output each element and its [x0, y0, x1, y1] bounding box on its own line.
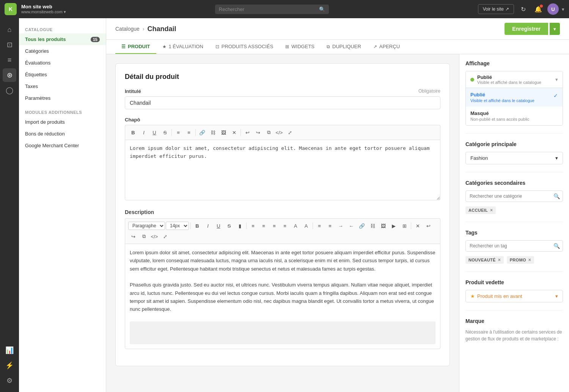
enregistrer-dropdown-button[interactable]: ▾ [550, 23, 560, 35]
toolbar-bold[interactable]: B [128, 128, 138, 137]
sidebar-item-parametres[interactable]: Paramètres [19, 92, 106, 104]
toolbar-italic[interactable]: I [139, 128, 149, 137]
desc-toolbar-bold[interactable]: B [192, 221, 202, 231]
fontsize-select[interactable]: 14px [166, 222, 189, 230]
tags-search-input[interactable] [465, 240, 563, 252]
sidebar-item-import[interactable]: Import de produits [19, 116, 106, 128]
tag-promo-remove[interactable]: × [528, 257, 531, 263]
tag-nouveaute: NOUVEAUTÉ × [465, 256, 504, 264]
breadcrumb-current: Chandail [148, 25, 176, 33]
desc-toolbar-copy2[interactable]: ⧉ [139, 231, 149, 241]
desc-toolbar-table[interactable]: ⊞ [399, 221, 409, 231]
desc-toolbar-text-color[interactable]: A [291, 221, 300, 231]
toolbar-copy[interactable]: ⧉ [264, 128, 273, 137]
desc-toolbar-strikethrough[interactable]: S [224, 221, 234, 231]
nav-settings-icon[interactable]: ⚙ [3, 374, 16, 387]
desc-toolbar-clear2[interactable]: ✕ [413, 221, 423, 231]
tab-produit[interactable]: ☰ PRODUIT [115, 40, 156, 54]
sidebar-item-google-merchant[interactable]: Google Merchant Center [19, 140, 106, 151]
desc-toolbar-code2[interactable]: </> [149, 231, 159, 241]
selected-status-label: Publié [477, 74, 541, 80]
tab-widgets[interactable]: ⊞ WIDGETS [279, 40, 321, 54]
marque-note: Nécessaire à l'utilisation de certains s… [465, 329, 563, 342]
desc-toolbar-image2[interactable]: 🖼 [378, 221, 388, 231]
avatar[interactable]: U [547, 3, 559, 15]
desc-toolbar-align-right[interactable]: ≡ [269, 221, 279, 231]
affichage-selected-option[interactable]: Publié Visible et affiché dans le catalo… [466, 71, 563, 88]
chapo-field-section: Chapô B I U S ≡ ≡ 🔗 ⛓ [125, 117, 440, 202]
intitule-required: Obligatoire [418, 88, 440, 94]
desc-toolbar-redo2[interactable]: ↪ [128, 231, 138, 241]
desc-toolbar-bg-color[interactable]: A [301, 221, 311, 231]
desc-toolbar-undo2[interactable]: ↩ [423, 221, 433, 231]
nav-analytics-icon[interactable]: 📊 [3, 343, 16, 357]
nav-home-icon[interactable]: ⌂ [3, 23, 16, 36]
toolbar-strikethrough[interactable]: S [160, 128, 170, 137]
nav-contacts-icon[interactable]: ◯ [3, 83, 16, 97]
desc-toolbar-italic[interactable]: I [203, 221, 213, 231]
toolbar-underline[interactable]: U [149, 128, 159, 137]
sidebar-item-tous-produits[interactable]: Tous les produits 15 [19, 33, 106, 45]
intitule-label: Intitulé Obligatoire [125, 88, 440, 94]
enregistrer-button[interactable]: Enregistrer [505, 23, 548, 35]
tab-evaluation[interactable]: ★ 1 ÉVALUATION [156, 40, 209, 54]
logo-text: K [9, 6, 13, 12]
categories-search-input[interactable] [465, 190, 563, 202]
refresh-icon[interactable]: ↻ [517, 3, 529, 15]
nav-plugins-icon[interactable]: ⚡ [3, 359, 16, 372]
option-publie-check: ✓ [553, 93, 558, 99]
option-masque[interactable]: Masqué Non-publié et sans accès public [466, 107, 563, 125]
option-publie[interactable]: Publié Visible et affiché dans le catalo… [466, 88, 563, 107]
tab-dupliquer[interactable]: ⧉ DUPLIQUER [321, 40, 367, 54]
desc-toolbar-ol[interactable]: ≡ [314, 221, 324, 231]
toolbar-unlink[interactable]: ⛓ [208, 128, 218, 137]
tab-produits-associes[interactable]: ⊡ PRODUITS ASSOCIÉS [209, 40, 280, 54]
nav-blog-icon[interactable]: ≡ [3, 53, 16, 67]
toolbar-ordered-list[interactable]: ≡ [173, 128, 183, 137]
desc-toolbar-align-left[interactable]: ≡ [248, 221, 258, 231]
search-input[interactable] [219, 6, 317, 12]
intitule-input[interactable] [125, 96, 440, 109]
toolbar-clear[interactable]: ✕ [229, 128, 239, 137]
desc-toolbar-outdent[interactable]: ← [346, 221, 356, 231]
description-editor[interactable]: Lorem ipsum dolor sit amet, consectetur … [125, 244, 440, 349]
tab-apercu[interactable]: ↗ APERÇU [367, 40, 406, 54]
desc-toolbar-highlight[interactable]: ▮ [235, 221, 245, 231]
notifications-icon[interactable]: 🔔 [532, 3, 544, 15]
toolbar-fullscreen[interactable]: ⤢ [285, 128, 295, 137]
form-card-title: Détail du produit [125, 73, 440, 81]
nav-catalogue-icon[interactable]: ⊛ [3, 68, 16, 82]
chapo-editor[interactable]: Lorem ipsum dolor sit amet, consectetur … [125, 140, 440, 200]
tag-nouveaute-remove[interactable]: × [498, 257, 501, 263]
desc-toolbar-unlink2[interactable]: ⛓ [368, 221, 377, 231]
sidebar-item-etiquettes[interactable]: Étiquettes [19, 69, 106, 80]
vedette-select[interactable]: ★ Produit mis en avant ▾ [465, 290, 563, 302]
catalogue-section-title: CATALOGUE [19, 24, 106, 33]
breadcrumb-parent[interactable]: Catalogue [115, 26, 140, 32]
desc-toolbar-ul[interactable]: ≡ [325, 221, 335, 231]
toolbar-link[interactable]: 🔗 [197, 128, 207, 137]
toolbar-code[interactable]: </> [274, 128, 284, 137]
desc-toolbar-link2[interactable]: 🔗 [357, 221, 367, 231]
desc-toolbar-align-justify[interactable]: ≡ [280, 221, 290, 231]
paragraph-select[interactable]: Paragraphe [128, 222, 165, 230]
voir-site-button[interactable]: Voir le site ↗ [478, 4, 514, 14]
nav-pages-icon[interactable]: ⊡ [3, 38, 16, 52]
sidebar-item-evaluations[interactable]: Évaluations [19, 57, 106, 69]
desc-toolbar-video[interactable]: ▶ [389, 221, 399, 231]
sidebar-item-taxes[interactable]: Taxes [19, 80, 106, 92]
desc-toolbar-align-center[interactable]: ≡ [259, 221, 269, 231]
sidebar-item-categories[interactable]: Catégories [19, 45, 106, 57]
tag-accueil-remove[interactable]: × [490, 208, 493, 213]
toolbar-undo[interactable]: ↩ [242, 128, 252, 137]
tags-search-icon: 🔍 [553, 243, 560, 249]
sidebar-item-bons[interactable]: Bons de réduction [19, 128, 106, 140]
logo[interactable]: K [5, 3, 17, 15]
desc-toolbar-indent[interactable]: → [336, 221, 346, 231]
desc-toolbar-underline[interactable]: U [214, 221, 223, 231]
categorie-principale-select[interactable]: Fashion ▾ [465, 152, 563, 164]
toolbar-unordered-list[interactable]: ≡ [184, 128, 194, 137]
toolbar-image[interactable]: 🖼 [218, 128, 228, 137]
desc-toolbar-fullscreen2[interactable]: ⤢ [160, 231, 170, 241]
toolbar-redo[interactable]: ↪ [253, 128, 263, 137]
